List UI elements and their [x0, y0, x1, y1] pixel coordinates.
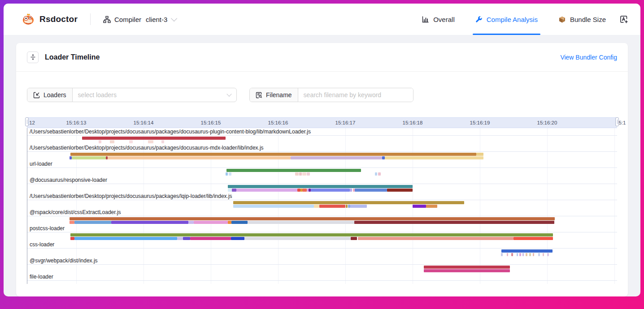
loader-bar-segment[interactable] — [299, 172, 302, 176]
loader-bar-segment[interactable] — [314, 205, 319, 208]
loader-bar-segment[interactable] — [413, 205, 426, 208]
timeline-rows: /Users/sebastienlorber/Desktop/projects/… — [27, 128, 617, 289]
loader-bar-segment[interactable] — [190, 237, 231, 240]
loader-bar-segment[interactable] — [355, 189, 387, 192]
loader-bar-segment[interactable] — [129, 140, 133, 143]
timeline-axis[interactable]: :1215:16:1315:16:1415:16:1515:16:1615:16… — [27, 117, 617, 128]
loader-bar-segment[interactable] — [244, 237, 351, 240]
timeline-row: /Users/sebastienlorber/Desktop/projects/… — [27, 193, 617, 209]
loader-bar-segment[interactable] — [228, 189, 232, 192]
loader-bar-segment[interactable] — [547, 253, 549, 256]
loader-bar-segment[interactable] — [522, 253, 524, 256]
loader-bar-segment[interactable] — [385, 156, 483, 159]
loader-bar-segment[interactable] — [543, 253, 544, 256]
tab-compile-analysis[interactable]: Compile Analysis — [468, 4, 545, 35]
loader-bar-segment[interactable] — [228, 221, 231, 224]
loader-bar-segment[interactable] — [70, 217, 555, 220]
loader-bar-segment[interactable] — [476, 153, 483, 156]
loader-bar-segment[interactable] — [307, 172, 310, 176]
axis-tick-label: 15:16:13 — [66, 120, 87, 125]
loader-bar-segment[interactable] — [295, 172, 299, 176]
loader-bar-segment[interactable] — [302, 172, 306, 176]
loader-bar-segment[interactable] — [177, 237, 183, 240]
loader-bar-segment[interactable] — [194, 221, 228, 224]
loader-bar-segment[interactable] — [161, 140, 164, 143]
collapse-button[interactable] — [27, 52, 39, 63]
filename-search-input[interactable] — [298, 88, 413, 102]
loader-bar-segment[interactable] — [378, 172, 381, 176]
translate-icon — [619, 15, 629, 24]
loader-bar-segment[interactable] — [517, 253, 518, 256]
loader-bar-segment[interactable] — [424, 266, 510, 269]
loader-bar-segment[interactable] — [148, 140, 153, 143]
loader-bar-segment[interactable] — [232, 189, 236, 192]
loader-bar-segment[interactable] — [70, 233, 553, 236]
loader-bar-segment[interactable] — [228, 185, 413, 188]
loader-bar-segment[interactable] — [297, 189, 300, 192]
loader-bar-segment[interactable] — [538, 253, 540, 256]
loader-bar-segment[interactable] — [188, 221, 194, 224]
loader-bar-segment[interactable] — [358, 237, 513, 240]
loader-bar-segment[interactable] — [387, 189, 413, 192]
loader-bar-segment[interactable] — [74, 237, 177, 240]
loader-bar-segment[interactable] — [231, 221, 248, 224]
loader-bar-segment[interactable] — [350, 189, 352, 192]
loader-bar-segment[interactable] — [351, 237, 357, 240]
timeline-row-label: css-loader — [30, 241, 54, 248]
loader-bar-segment[interactable] — [350, 205, 367, 208]
loader-bar-segment[interactable] — [111, 221, 188, 224]
loader-bar-segment[interactable] — [507, 253, 508, 256]
timeline-row-separator — [27, 151, 617, 152]
loader-bar-segment[interactable] — [291, 156, 382, 159]
compiler-select[interactable]: Compiler client-3 — [103, 16, 175, 23]
translate-button[interactable] — [619, 15, 629, 24]
loader-bar-segment[interactable] — [424, 269, 510, 272]
loader-bar-segment[interactable] — [526, 253, 527, 256]
view-bundler-config-link[interactable]: View Bundler Config — [560, 54, 617, 61]
loader-bar-segment[interactable] — [108, 156, 291, 159]
loader-bar-segment[interactable] — [426, 205, 437, 208]
timeline-row-separator — [27, 216, 617, 216]
loader-bar-segment[interactable] — [70, 237, 74, 240]
loader-bar-segment[interactable] — [236, 189, 297, 192]
loader-bar-segment[interactable] — [72, 156, 106, 159]
brand[interactable]: Rsdoctor — [22, 13, 78, 26]
loader-bar-segment[interactable] — [99, 140, 101, 143]
loaders-label: Loaders — [44, 91, 66, 99]
loader-bar-segment[interactable] — [110, 140, 114, 143]
loader-bar-segment[interactable] — [501, 249, 553, 253]
loader-bar-segment[interactable] — [229, 172, 231, 176]
loader-bar-segment[interactable] — [302, 189, 307, 192]
loader-bar-segment[interactable] — [513, 237, 553, 240]
timeline-row-label: url-loader — [30, 161, 52, 167]
loaders-select[interactable]: select loaders — [73, 88, 236, 102]
loader-bar-segment[interactable] — [231, 237, 244, 240]
axis-tick-label: 15:16:15 — [201, 120, 221, 125]
loader-bar-segment[interactable] — [319, 205, 345, 208]
loader-bar-segment[interactable] — [70, 153, 476, 156]
loader-bar-segment[interactable] — [533, 253, 534, 256]
loader-bar-segment[interactable] — [226, 172, 228, 176]
loader-bar-segment[interactable] — [519, 253, 521, 256]
loader-bar-segment[interactable] — [233, 201, 464, 204]
loader-bar-segment[interactable] — [70, 221, 74, 224]
timeline-brush-handle-right[interactable] — [615, 117, 619, 126]
loader-bar-segment[interactable] — [82, 137, 226, 140]
tab-overall[interactable]: Overall — [415, 4, 462, 35]
timeline-row-label: file-loader — [30, 274, 53, 280]
timeline-brush-handle-left[interactable] — [25, 117, 29, 126]
tab-bundle-size[interactable]: Bundle Size — [551, 4, 613, 35]
loader-bar-segment[interactable] — [511, 253, 513, 256]
loader-bar-segment[interactable] — [183, 237, 190, 240]
timeline-row: file-loader — [27, 273, 617, 289]
loader-bar-segment[interactable] — [529, 253, 531, 256]
loader-bar-segment[interactable] — [233, 205, 314, 208]
loader-bar-segment[interactable] — [311, 189, 350, 192]
loader-bar-segment[interactable] — [375, 172, 377, 176]
loader-bar-segment[interactable] — [354, 221, 554, 224]
loader-bar-segment[interactable] — [501, 253, 503, 256]
loader-bar-segment[interactable] — [226, 169, 361, 172]
loader-bar-segment[interactable] — [248, 221, 354, 224]
loader-bar-segment[interactable] — [346, 205, 348, 208]
loader-bar-segment[interactable] — [74, 221, 111, 224]
